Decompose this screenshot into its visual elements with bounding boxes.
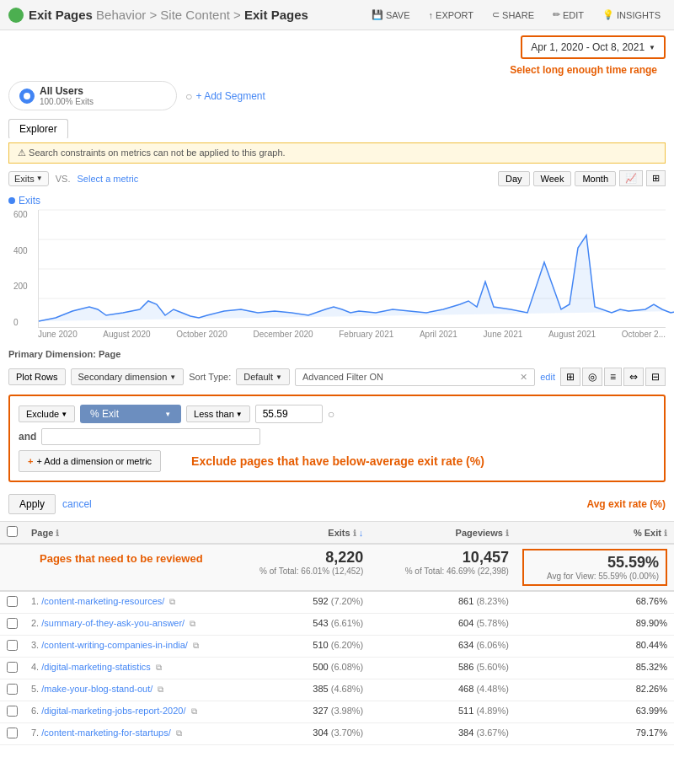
row-page-link-1[interactable]: /summary-of-they-ask-you-answer/ bbox=[41, 618, 185, 628]
share-button[interactable]: ⊂ SHARE bbox=[487, 7, 539, 23]
row-checkbox-input-2[interactable] bbox=[7, 640, 18, 651]
row-page-5: 6. /digital-marketing-jobs-report-2020/ … bbox=[24, 701, 239, 723]
plot-rows-button[interactable]: Plot Rows bbox=[8, 368, 66, 385]
row-page-0: 1. /content-marketing-resources/ ⧉ bbox=[24, 591, 239, 614]
sort-icon: ↓ bbox=[359, 528, 364, 538]
filter-value-input[interactable] bbox=[255, 405, 323, 423]
chevron-down-icon-2: ▼ bbox=[36, 175, 43, 182]
save-button[interactable]: 💾 SAVE bbox=[366, 7, 415, 23]
add-dimension-button[interactable]: + + Add a dimension or metric bbox=[19, 450, 161, 472]
chart-title: Exits bbox=[8, 195, 666, 207]
chart-title-label: Exits bbox=[19, 195, 40, 207]
x-label-5: April 2021 bbox=[420, 330, 457, 339]
month-button[interactable]: Month bbox=[575, 171, 616, 186]
secondary-dimension-dropdown[interactable]: Secondary dimension ▼ bbox=[71, 368, 185, 385]
export-button[interactable]: ↑ EXPORT bbox=[424, 8, 479, 23]
add-segment-button[interactable]: ○ + Add Segment bbox=[185, 89, 265, 103]
metric-filter-button[interactable]: % Exit ▼ bbox=[80, 405, 181, 423]
th-exits[interactable]: Exits ℹ ↓ bbox=[239, 522, 370, 545]
tab-explorer[interactable]: Explorer bbox=[8, 119, 68, 139]
segment-circle bbox=[19, 89, 35, 104]
segment-pill[interactable]: All Users 100.00% Exits bbox=[8, 81, 177, 110]
select-metric-link[interactable]: Select a metric bbox=[78, 174, 139, 184]
external-link-icon-5[interactable]: ⧉ bbox=[191, 706, 197, 716]
row-checkbox-input-1[interactable] bbox=[7, 618, 18, 629]
row-page-link-3[interactable]: /digital-marketing-statistics bbox=[41, 662, 151, 672]
row-exit-pct-0: 68.76% bbox=[516, 591, 674, 614]
segment-bar: All Users 100.00% Exits ○ + Add Segment bbox=[0, 76, 674, 115]
circle-view-button[interactable]: ◎ bbox=[582, 368, 602, 386]
x-label-6: June 2021 bbox=[484, 330, 523, 339]
add-dim-label: + Add a dimension or metric bbox=[36, 456, 152, 466]
row-page-3: 4. /digital-marketing-statistics ⧉ bbox=[24, 658, 239, 679]
clear-filter-icon[interactable]: ✕ bbox=[520, 372, 527, 383]
metric-dropdown[interactable]: Exits ▼ bbox=[8, 171, 49, 186]
week-button[interactable]: Week bbox=[533, 171, 572, 186]
row-checkbox-input-4[interactable] bbox=[7, 684, 18, 695]
condition-button[interactable]: Less than ▼ bbox=[186, 405, 250, 422]
metric-selector-row: Exits ▼ VS. Select a metric Day Week Mon… bbox=[0, 167, 674, 190]
external-link-icon-0[interactable]: ⧉ bbox=[169, 597, 175, 606]
external-link-icon-4[interactable]: ⧉ bbox=[158, 685, 163, 694]
chart-svg bbox=[39, 210, 666, 328]
th-exit-pct[interactable]: % Exit ℹ bbox=[516, 522, 674, 545]
bar-chart-button[interactable]: ⊞ bbox=[646, 170, 666, 186]
row-page-link-6[interactable]: /content-marketing-for-startups/ bbox=[41, 728, 170, 738]
row-page-link-4[interactable]: /make-your-blog-stand-out/ bbox=[41, 684, 152, 694]
list-view-button[interactable]: ≡ bbox=[604, 368, 622, 386]
x-label-0: June 2020 bbox=[38, 330, 78, 339]
edit-button[interactable]: ✏ EDIT bbox=[548, 7, 589, 23]
row-exits-4: 385 (4.68%) bbox=[239, 679, 370, 701]
x-label-7: August 2021 bbox=[548, 330, 596, 339]
row-pageviews-2: 634 (6.06%) bbox=[385, 636, 516, 658]
external-link-icon-2[interactable]: ⧉ bbox=[193, 641, 199, 650]
page-info-icon[interactable]: ℹ bbox=[56, 529, 59, 538]
line-chart-button[interactable]: 📈 bbox=[619, 170, 643, 186]
day-button[interactable]: Day bbox=[498, 171, 530, 186]
apply-button[interactable]: Apply bbox=[8, 494, 56, 514]
row-num-5: 6. bbox=[31, 706, 39, 716]
row-page-link-2[interactable]: /content-writing-companies-in-india/ bbox=[41, 640, 188, 650]
external-link-icon-3[interactable]: ⧉ bbox=[156, 663, 162, 672]
y-label-0: 0 bbox=[13, 318, 28, 327]
table-row: 1. /content-marketing-resources/ ⧉ 592 (… bbox=[0, 591, 674, 614]
row-num-3: 4. bbox=[31, 662, 39, 672]
row-checkbox-input-5[interactable] bbox=[7, 706, 18, 717]
cancel-link[interactable]: cancel bbox=[62, 498, 92, 510]
sort-type-dropdown[interactable]: Default ▼ bbox=[236, 368, 290, 385]
date-range-picker[interactable]: Apr 1, 2020 - Oct 8, 2021 ▼ bbox=[521, 35, 666, 59]
select-all-checkbox[interactable] bbox=[7, 526, 18, 537]
pageviews-info-icon[interactable]: ℹ bbox=[506, 529, 509, 538]
insights-button[interactable]: 💡 INSIGHTS bbox=[597, 7, 666, 23]
row-page-link-0[interactable]: /content-marketing-resources/ bbox=[41, 596, 164, 606]
edit-filter-link[interactable]: edit bbox=[540, 372, 555, 382]
row-checkbox-input-0[interactable] bbox=[7, 596, 18, 607]
th-page[interactable]: Page ℹ bbox=[24, 522, 239, 545]
pivot-view-button[interactable]: ⊟ bbox=[645, 368, 666, 386]
row-page-link-5[interactable]: /digital-marketing-jobs-report-2020/ bbox=[41, 706, 185, 716]
compare-view-button[interactable]: ⇔ bbox=[623, 368, 644, 386]
table-row: 7. /content-marketing-for-startups/ ⧉ 30… bbox=[0, 723, 674, 745]
clear-value-button[interactable]: ○ bbox=[328, 407, 334, 421]
grid-view-button[interactable]: ⊞ bbox=[560, 368, 580, 386]
row-checkbox-input-3[interactable] bbox=[7, 662, 18, 673]
chart-section: Exits 600 400 200 0 June 2020 bbox=[0, 190, 674, 344]
segment-name: All Users bbox=[40, 85, 94, 97]
exit-pct-info-icon[interactable]: ℹ bbox=[664, 529, 667, 538]
row-spacer-1 bbox=[370, 614, 385, 636]
row-num-1: 2. bbox=[31, 618, 39, 628]
and-input[interactable] bbox=[41, 428, 260, 445]
row-checkbox-3 bbox=[0, 658, 24, 679]
table-row: 4. /digital-marketing-statistics ⧉ 500 (… bbox=[0, 658, 674, 679]
metric-label: Exits bbox=[14, 174, 35, 184]
external-link-icon-1[interactable]: ⧉ bbox=[190, 619, 195, 628]
chart-container: 600 400 200 0 bbox=[38, 210, 666, 328]
x-label-8: October 2... bbox=[622, 330, 666, 339]
external-link-icon-6[interactable]: ⧉ bbox=[176, 728, 182, 738]
header-nav: 💾 SAVE ↑ EXPORT ⊂ SHARE ✏ EDIT 💡 INSIGHT… bbox=[366, 7, 666, 23]
exclude-button[interactable]: Exclude ▼ bbox=[19, 405, 75, 422]
row-checkbox-input-6[interactable] bbox=[7, 728, 18, 738]
row-spacer-0 bbox=[370, 591, 385, 614]
exits-info-icon[interactable]: ℹ bbox=[353, 529, 356, 538]
th-pageviews[interactable]: Pageviews ℹ bbox=[385, 522, 516, 545]
